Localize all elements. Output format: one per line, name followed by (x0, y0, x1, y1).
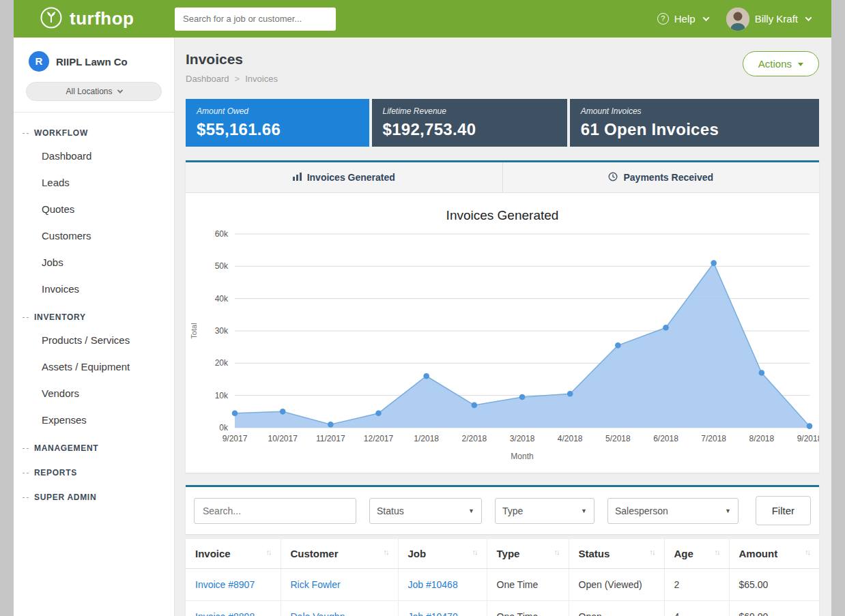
nav-section-reports[interactable]: REPORTS (14, 458, 174, 482)
stat-value: $55,161.66 (197, 120, 358, 139)
sidebar-item-vendors[interactable]: Vendors (14, 380, 174, 407)
column-header-invoice[interactable]: Invoice↑↓ (186, 539, 281, 569)
svg-text:20k: 20k (215, 358, 229, 368)
nav-section-label: WORKFLOW (34, 128, 88, 138)
status-select[interactable]: Status ▼ (369, 498, 482, 524)
dash-icon (23, 473, 29, 473)
chevron-down-icon (805, 14, 812, 21)
cell-link[interactable]: Invoice #8898 (195, 611, 255, 616)
sort-icon[interactable]: ↑↓ (715, 548, 719, 556)
turfhop-logo-icon (40, 6, 63, 32)
user-menu[interactable]: Billy Kraft (726, 8, 811, 31)
column-label: Age (674, 548, 693, 559)
column-header-age[interactable]: Age↑↓ (664, 539, 729, 569)
svg-text:8/2018: 8/2018 (749, 434, 774, 443)
cell-link[interactable]: Invoice #8907 (195, 579, 255, 590)
table-cell: Open (569, 601, 664, 616)
breadcrumb-invoices[interactable]: Invoices (245, 74, 278, 84)
column-label: Customer (291, 548, 339, 559)
stat-label: Lifetime Revenue (383, 106, 556, 116)
sidebar-item-invoices[interactable]: Invoices (14, 276, 174, 302)
column-header-type[interactable]: Type↑↓ (487, 539, 569, 569)
chevron-down-icon (702, 14, 709, 21)
sort-icon[interactable]: ↑↓ (266, 548, 271, 556)
table-cell: $69.00 (729, 601, 819, 616)
svg-text:7/2018: 7/2018 (701, 434, 726, 443)
sort-icon[interactable]: ↑↓ (805, 548, 810, 556)
sidebar-item-quotes[interactable]: Quotes (14, 196, 174, 222)
cell-link[interactable]: Job #10470 (408, 611, 458, 616)
sidebar-item-assets-equipment[interactable]: Assets / Equipment (14, 353, 174, 380)
sort-icon[interactable]: ↑↓ (384, 548, 388, 556)
sort-icon[interactable]: ↑↓ (472, 548, 477, 556)
stat-lifetime-revenue: Lifetime Revenue $192,753.40 (372, 99, 567, 147)
svg-text:6/2018: 6/2018 (653, 434, 678, 443)
breadcrumb: Dashboard > Invoices (186, 74, 278, 84)
top-navbar: turfhop ? Help Billy Kraft (14, 0, 831, 38)
svg-text:3/2018: 3/2018 (510, 434, 535, 443)
cell-link[interactable]: Rick Fowler (291, 579, 341, 590)
column-header-customer[interactable]: Customer↑↓ (281, 539, 398, 569)
stat-amount-owed: Amount Owed $55,161.66 (186, 99, 369, 147)
column-label: Amount (739, 548, 778, 559)
location-selector[interactable]: All Locations (26, 82, 162, 101)
svg-text:9/2017: 9/2017 (223, 434, 248, 443)
help-label: Help (674, 13, 696, 25)
svg-text:2/2018: 2/2018 (461, 434, 487, 443)
tab-payments-received[interactable]: Payments Received (502, 162, 820, 192)
svg-text:50k: 50k (215, 261, 229, 271)
table-cell: Dale Vaughn (281, 601, 398, 616)
avatar (726, 8, 749, 31)
sidebar-item-leads[interactable]: Leads (14, 169, 174, 196)
sidebar-item-jobs[interactable]: Jobs (14, 249, 174, 276)
stat-cards: Amount Owed $55,161.66 Lifetime Revenue … (186, 99, 819, 147)
sidebar-item-customers[interactable]: Customers (14, 222, 174, 249)
tab-invoices-generated[interactable]: Invoices Generated (186, 162, 502, 192)
stat-label: Amount Owed (197, 106, 358, 116)
breadcrumb-dashboard[interactable]: Dashboard (186, 74, 229, 84)
chevron-down-icon: ▼ (468, 508, 474, 514)
stat-value: $192,753.40 (383, 120, 556, 139)
select-value: Type (502, 505, 523, 516)
clock-icon (608, 172, 618, 184)
page-title: Invoices (186, 51, 278, 68)
filter-button[interactable]: Filter (756, 496, 811, 525)
sidebar-item-products-services[interactable]: Products / Services (14, 327, 174, 353)
global-search-input[interactable] (175, 8, 336, 31)
stat-open-invoices: Amount Invoices 61 Open Invoices (570, 99, 819, 147)
app-window: turfhop ? Help Billy Kraft (14, 0, 831, 616)
column-header-job[interactable]: Job↑↓ (398, 539, 487, 569)
column-label: Invoice (195, 548, 231, 559)
nav-section-super-admin[interactable]: SUPER ADMIN (14, 482, 174, 507)
svg-text:40k: 40k (215, 294, 229, 304)
breadcrumb-separator: > (235, 74, 240, 84)
sort-icon[interactable]: ↑↓ (650, 548, 655, 556)
brand-logo[interactable]: turfhop (40, 6, 175, 32)
help-menu[interactable]: ? Help (657, 13, 708, 25)
column-header-status[interactable]: Status↑↓ (569, 539, 664, 569)
sidebar-item-expenses[interactable]: Expenses (14, 407, 174, 433)
invoices-table: Invoice↑↓Customer↑↓Job↑↓Type↑↓Status↑↓Ag… (186, 539, 819, 616)
actions-label: Actions (758, 58, 792, 70)
location-label: All Locations (66, 87, 112, 96)
svg-text:1/2018: 1/2018 (414, 434, 439, 443)
chevron-down-icon (117, 87, 122, 93)
svg-text:10/2017: 10/2017 (268, 434, 298, 443)
nav-section-management[interactable]: MANAGEMENT (14, 433, 174, 458)
sidebar-item-dashboard[interactable]: Dashboard (14, 143, 174, 169)
column-header-amount[interactable]: Amount↑↓ (729, 539, 819, 569)
nav-section-inventory[interactable]: INVENTORY (14, 302, 174, 327)
table-cell: Open (Viewed) (569, 569, 664, 601)
cell-link[interactable]: Job #10468 (408, 579, 458, 590)
cell-link[interactable]: Dale Vaughn (291, 611, 345, 616)
table-search-input[interactable] (194, 498, 356, 524)
actions-button[interactable]: Actions (743, 51, 819, 76)
user-name: Billy Kraft (755, 13, 798, 25)
sort-icon[interactable]: ↑↓ (554, 548, 559, 556)
table-header-row: Invoice↑↓Customer↑↓Job↑↓Type↑↓Status↑↓Ag… (186, 539, 819, 569)
sidebar-nav: WORKFLOW Dashboard Leads Quotes Customer… (14, 113, 174, 507)
salesperson-select[interactable]: Salesperson ▼ (607, 498, 739, 524)
type-select[interactable]: Type ▼ (495, 498, 595, 524)
nav-section-workflow[interactable]: WORKFLOW (14, 118, 174, 143)
brand-name: turfhop (70, 8, 134, 29)
